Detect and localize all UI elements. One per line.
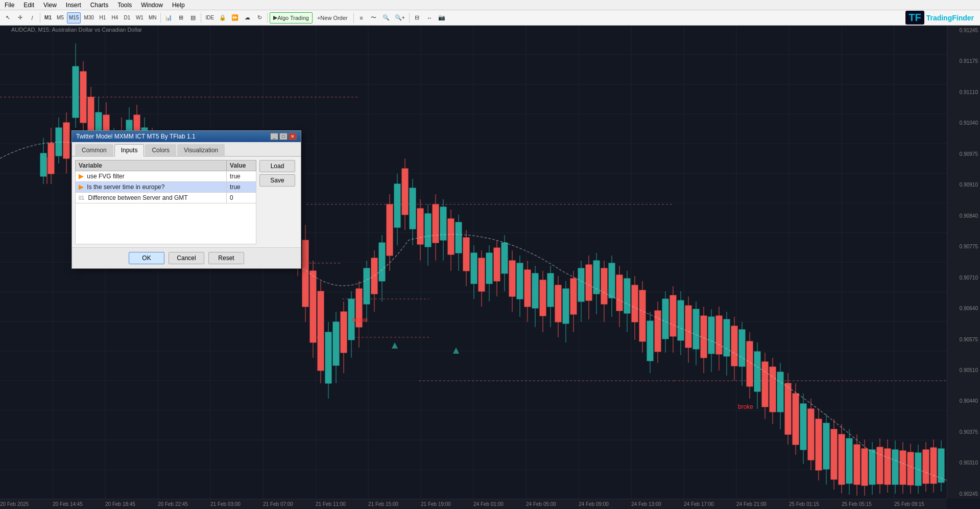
auto-scroll-btn[interactable]: ↔ bbox=[424, 12, 435, 24]
svg-rect-227 bbox=[754, 352, 760, 391]
minimize-button[interactable]: _ bbox=[270, 133, 278, 140]
save-button[interactable]: Save bbox=[259, 174, 295, 187]
price-tick-12: 0.90510 bbox=[949, 367, 978, 373]
svg-rect-153 bbox=[471, 253, 477, 284]
svg-rect-231 bbox=[770, 367, 776, 412]
row1-value[interactable]: true bbox=[227, 171, 256, 182]
dialog-titlebar[interactable]: Twitter Model MXMM ICT MT5 By TFlab 1.1 … bbox=[72, 131, 301, 142]
row2-variable-text: Is the server time in europe? bbox=[87, 183, 164, 191]
svg-marker-279 bbox=[453, 348, 459, 354]
svg-rect-263 bbox=[892, 450, 898, 484]
menu-help[interactable]: Help bbox=[171, 1, 186, 9]
cloud-btn[interactable]: ☁ bbox=[242, 12, 253, 24]
toolbar-sep-5 bbox=[353, 13, 354, 23]
svg-rect-237 bbox=[793, 394, 799, 445]
new-order-label: New Order bbox=[320, 15, 347, 21]
cursor-tool[interactable]: ↖ bbox=[2, 12, 13, 24]
svg-rect-47 bbox=[63, 123, 69, 158]
price-tick-3: 0.91110 bbox=[949, 89, 978, 95]
row3-value[interactable]: 0 bbox=[227, 193, 256, 203]
svg-rect-179 bbox=[570, 279, 577, 314]
time-tick-17: 25 Feb 05:15 bbox=[842, 501, 872, 507]
new-order-btn[interactable]: + New Order bbox=[314, 12, 351, 24]
svg-rect-167 bbox=[524, 270, 531, 307]
ok-button[interactable]: OK bbox=[129, 252, 164, 264]
table-row[interactable]: 01 Difference between Server and GMT 0 bbox=[76, 193, 256, 203]
cross-tool[interactable]: ✛ bbox=[14, 12, 26, 24]
tab-common[interactable]: Common bbox=[75, 144, 113, 156]
tf-mn[interactable]: MN bbox=[147, 12, 159, 24]
grid-btn[interactable]: ⊞ bbox=[175, 12, 186, 24]
load-button[interactable]: Load bbox=[259, 160, 295, 172]
refresh-btn[interactable]: ↻ bbox=[254, 12, 265, 24]
tf-d1[interactable]: D1 bbox=[122, 12, 133, 24]
svg-rect-143 bbox=[433, 204, 439, 243]
indicator-dialog[interactable]: Twitter Model MXMM ICT MT5 By TFlab 1.1 … bbox=[71, 130, 301, 269]
svg-rect-177 bbox=[563, 289, 569, 323]
svg-rect-229 bbox=[762, 362, 768, 407]
svg-rect-111 bbox=[310, 271, 316, 342]
time-tick-6: 21 Feb 07:00 bbox=[263, 501, 293, 507]
time-tick-7: 21 Feb 11:00 bbox=[316, 501, 346, 507]
svg-rect-195 bbox=[632, 285, 638, 322]
menu-edit[interactable]: Edit bbox=[22, 1, 36, 9]
cancel-button[interactable]: Cancel bbox=[169, 252, 204, 264]
row3-variable-text: Difference between Server and GMT bbox=[88, 194, 187, 201]
tf-m1[interactable]: M1 bbox=[42, 12, 54, 24]
svg-rect-197 bbox=[639, 290, 646, 341]
osc-btn[interactable]: 〜 bbox=[368, 12, 379, 24]
table-empty-area bbox=[75, 203, 256, 244]
tf-h1[interactable]: H1 bbox=[97, 12, 108, 24]
svg-rect-141 bbox=[425, 214, 431, 247]
svg-rect-125 bbox=[364, 268, 370, 304]
tf-m30[interactable]: M30 bbox=[82, 12, 95, 24]
svg-rect-131 bbox=[387, 204, 393, 256]
indicators-btn[interactable]: IDE bbox=[203, 12, 216, 24]
tab-visualization[interactable]: Visualization bbox=[177, 144, 225, 156]
menu-window[interactable]: Window bbox=[139, 1, 164, 9]
tf-h4[interactable]: H4 bbox=[109, 12, 121, 24]
reset-button[interactable]: Reset bbox=[208, 252, 244, 264]
depth-btn[interactable]: ≡ bbox=[356, 12, 367, 24]
table-row[interactable]: ▶ Is the server time in europe? true bbox=[76, 182, 256, 193]
time-tick-1: 20 Feb 2025 bbox=[0, 501, 29, 507]
price-axis: 0.91245 0.91175 0.91110 0.91040 0.90975 … bbox=[947, 26, 980, 499]
price-tick-10: 0.90640 bbox=[949, 306, 978, 311]
time-tick-8: 21 Feb 15:00 bbox=[368, 501, 398, 507]
menu-file[interactable]: File bbox=[3, 1, 16, 9]
volume-btn[interactable]: ▤ bbox=[187, 12, 199, 24]
algo-trading-btn[interactable]: ▶ Algo Trading bbox=[270, 12, 313, 24]
tab-inputs[interactable]: Inputs bbox=[114, 144, 145, 157]
screenshot-btn[interactable]: 📷 bbox=[436, 12, 447, 24]
price-tick-9: 0.90710 bbox=[949, 275, 978, 281]
tf-brand-label: TradingFinder bbox=[926, 14, 974, 22]
svg-rect-155 bbox=[479, 258, 485, 291]
svg-rect-233 bbox=[777, 372, 783, 412]
chart-type-btn[interactable]: 📊 bbox=[163, 12, 174, 24]
svg-marker-278 bbox=[392, 342, 398, 349]
tf-m15[interactable]: M15 bbox=[67, 12, 81, 24]
svg-text:broke: broke bbox=[738, 403, 753, 410]
fwd-btn[interactable]: ⏩ bbox=[229, 12, 241, 24]
line-tool[interactable]: / bbox=[27, 12, 38, 24]
svg-rect-133 bbox=[394, 184, 400, 227]
svg-rect-199 bbox=[647, 321, 653, 361]
zoom-out-btn[interactable]: 🔍 bbox=[380, 12, 392, 24]
tab-colors[interactable]: Colors bbox=[145, 144, 176, 156]
close-button[interactable]: ✕ bbox=[289, 133, 297, 140]
menu-tools[interactable]: Tools bbox=[116, 1, 133, 9]
table-row[interactable]: ▶ use FVG filter true bbox=[76, 171, 256, 182]
time-tick-13: 24 Feb 13:00 bbox=[631, 501, 661, 507]
menu-charts[interactable]: Charts bbox=[89, 1, 110, 9]
price-tick-2: 0.91175 bbox=[949, 58, 978, 64]
zoom-in-btn[interactable]: 🔍+ bbox=[393, 12, 407, 24]
svg-rect-241 bbox=[808, 409, 814, 460]
menu-insert[interactable]: Insert bbox=[64, 1, 83, 9]
maximize-button[interactable]: □ bbox=[279, 133, 288, 140]
row2-value[interactable]: true bbox=[227, 182, 256, 193]
grid2-btn[interactable]: ⊟ bbox=[412, 12, 423, 24]
menu-view[interactable]: View bbox=[42, 1, 58, 9]
tf-w1[interactable]: W1 bbox=[134, 12, 146, 24]
lock-btn[interactable]: 🔒 bbox=[217, 12, 228, 24]
tf-m5[interactable]: M5 bbox=[55, 12, 66, 24]
